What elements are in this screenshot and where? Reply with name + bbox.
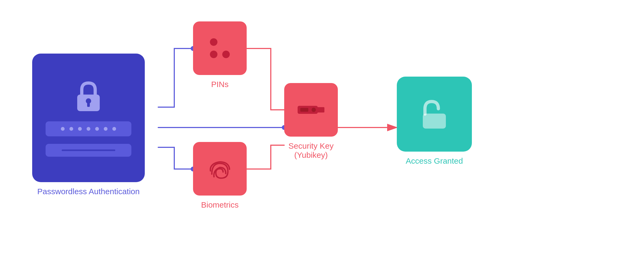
pins-card — [193, 21, 247, 75]
star-5 — [95, 127, 99, 131]
star-2 — [69, 127, 73, 131]
star-4 — [87, 127, 90, 131]
access-card — [397, 77, 472, 152]
pins-label: PINs — [211, 80, 228, 89]
pin-dot-3 — [210, 51, 217, 58]
pin-dots-grid — [205, 33, 235, 63]
star-6 — [104, 127, 108, 131]
auth-node: Passwordless Authentication — [32, 54, 145, 196]
star-1 — [61, 127, 65, 131]
fingerprint-icon — [206, 155, 233, 182]
auth-label: Passwordless Authentication — [37, 187, 140, 196]
diagram-container: Passwordless Authentication PINs Biometr… — [0, 0, 644, 255]
svg-rect-11 — [423, 114, 446, 129]
biometrics-label: Biometrics — [201, 200, 239, 209]
pins-node: PINs — [193, 21, 247, 89]
svg-rect-8 — [317, 107, 324, 112]
password-field — [46, 121, 131, 136]
svg-rect-6 — [87, 102, 90, 107]
line-bar — [46, 144, 131, 157]
security-key-node: Security Key (Yubikey) — [284, 83, 338, 160]
lock-icon — [71, 79, 106, 114]
svg-point-10 — [312, 108, 316, 112]
access-label: Access Granted — [406, 156, 463, 166]
biometrics-card — [193, 142, 247, 196]
biometrics-node: Biometrics — [193, 142, 247, 209]
access-node: Access Granted — [397, 77, 472, 166]
pin-dot-2-empty — [222, 38, 230, 46]
star-7 — [112, 127, 116, 131]
star-3 — [78, 127, 82, 131]
security-key-label: Security Key (Yubikey) — [288, 141, 334, 160]
pin-dot-4 — [222, 51, 230, 58]
auth-card — [32, 54, 145, 182]
pin-dot-1 — [210, 38, 217, 46]
security-key-card — [284, 83, 338, 137]
svg-rect-9 — [300, 108, 308, 112]
open-lock-icon — [417, 97, 452, 132]
yubikey-icon — [295, 99, 327, 121]
line-bar-inner — [62, 149, 115, 151]
